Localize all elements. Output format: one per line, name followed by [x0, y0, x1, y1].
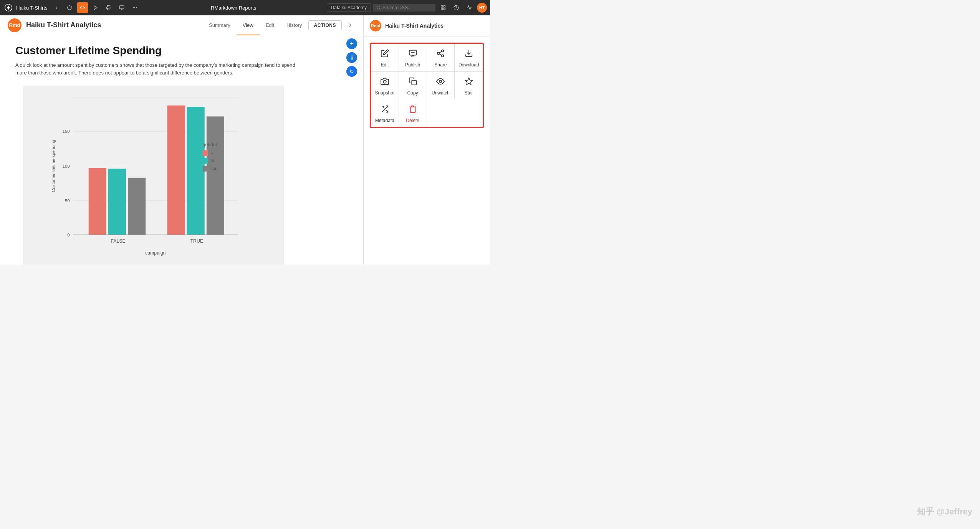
nav-right-section: Dataiku Academy HT: [327, 2, 487, 13]
publish-label: Publish: [405, 62, 420, 68]
share-label: Share: [434, 62, 447, 68]
svg-rect-41: [203, 158, 208, 164]
side-panel-logo: Rmd: [370, 20, 381, 31]
report-name-nav: RMarkdown Reports: [211, 5, 257, 11]
star-icon: [465, 77, 473, 88]
side-panel-header: Rmd Haiku T-Shirt Analytics: [364, 15, 490, 36]
more-icon-btn[interactable]: [129, 2, 140, 13]
svg-rect-31: [167, 106, 185, 235]
download-action[interactable]: Download: [455, 44, 483, 72]
publish-action[interactable]: Publish: [399, 44, 427, 72]
svg-rect-29: [108, 169, 126, 235]
share-action[interactable]: Share: [427, 44, 455, 72]
search-box: [373, 4, 435, 12]
svg-rect-32: [187, 107, 205, 235]
help-icon-btn[interactable]: [451, 2, 462, 13]
add-button[interactable]: +: [346, 38, 357, 49]
svg-text:150: 150: [63, 129, 70, 134]
action-grid: Edit Publish Share Downloa: [370, 43, 484, 128]
svg-rect-14: [444, 8, 445, 10]
actions-button[interactable]: ACTIONS: [308, 20, 342, 30]
svg-text:M: M: [210, 159, 214, 163]
content-header: Rmd Haiku T-Shirt Analytics Summary View…: [0, 15, 363, 35]
unwatch-icon: [436, 77, 445, 88]
download-label: Download: [459, 62, 479, 68]
svg-rect-11: [441, 6, 443, 7]
top-navbar: Haiku T-Shirts RMarkdown Reports Dataiku…: [0, 0, 490, 15]
snapshot-label: Snapshot: [375, 90, 395, 96]
unwatch-label: Unwatch: [432, 90, 450, 96]
svg-text:gender: gender: [203, 142, 217, 147]
svg-rect-39: [203, 150, 208, 155]
tab-history[interactable]: History: [280, 16, 308, 35]
share-icon: [436, 49, 445, 60]
svg-line-10: [379, 8, 380, 9]
grid-icon-btn[interactable]: [438, 2, 449, 13]
header-title: Haiku T-Shirt Analytics: [26, 21, 203, 29]
star-label: Star: [465, 90, 473, 96]
project-name: Haiku T-Shirts: [16, 5, 47, 11]
report-description: A quick look at the amount spent by cust…: [15, 61, 303, 76]
metadata-label: Metadata: [375, 118, 394, 123]
dataiku-academy-btn[interactable]: Dataiku Academy: [327, 3, 371, 12]
tab-view[interactable]: View: [237, 16, 260, 35]
svg-text:50: 50: [65, 198, 70, 203]
avatar[interactable]: HT: [477, 3, 487, 13]
arrow-right-btn[interactable]: [345, 20, 356, 31]
svg-point-49: [437, 52, 440, 55]
svg-rect-3: [120, 6, 124, 9]
svg-point-9: [377, 6, 380, 9]
chart-container: 0 50 100 150 Customer lifetime spending: [23, 86, 284, 264]
copy-label: Copy: [407, 90, 418, 96]
report-title: Customer Lifetime Spending: [15, 45, 348, 57]
main-container: Rmd Haiku T-Shirt Analytics Summary View…: [0, 15, 490, 264]
print-icon-btn[interactable]: [103, 2, 114, 13]
svg-text:100: 100: [63, 164, 70, 169]
snapshot-action[interactable]: Snapshot: [371, 72, 399, 99]
delete-action[interactable]: Delete: [399, 99, 427, 127]
svg-rect-33: [207, 116, 224, 235]
svg-rect-12: [444, 6, 445, 7]
sync-button[interactable]: ↻: [346, 66, 357, 77]
unwatch-action[interactable]: Unwatch: [427, 72, 455, 99]
svg-text:F: F: [210, 151, 213, 155]
play-icon-btn[interactable]: [90, 2, 101, 13]
svg-rect-2: [108, 8, 110, 10]
svg-rect-28: [89, 168, 106, 235]
download-icon: [465, 49, 473, 60]
svg-text:NA: NA: [210, 167, 217, 171]
delete-icon: [409, 105, 417, 116]
svg-marker-57: [465, 78, 472, 84]
search-input[interactable]: [382, 5, 432, 10]
side-panel-title: Haiku T-Shirt Analytics: [385, 23, 444, 29]
star-action[interactable]: Star: [455, 72, 483, 99]
tab-summary[interactable]: Summary: [203, 16, 237, 35]
metadata-action[interactable]: Metadata: [371, 99, 399, 127]
header-tabs: Summary View Edit History: [203, 15, 308, 35]
content-area: Rmd Haiku T-Shirt Analytics Summary View…: [0, 15, 363, 264]
header-logo: Rmd: [8, 18, 22, 32]
edit-action[interactable]: Edit: [371, 44, 399, 72]
delete-label: Delete: [406, 118, 419, 123]
svg-line-52: [439, 51, 442, 53]
side-panel: Rmd Haiku T-Shirt Analytics Edit Publish: [363, 15, 490, 264]
refresh-icon-btn[interactable]: [64, 2, 75, 13]
code-icon-btn[interactable]: [77, 2, 88, 13]
bar-chart: 0 50 100 150 Customer lifetime spending: [46, 93, 273, 258]
edit-label: Edit: [381, 62, 389, 68]
dataiku-logo: [3, 2, 14, 13]
forward-icon-btn[interactable]: [51, 2, 62, 13]
info-button[interactable]: ℹ: [346, 52, 357, 63]
tab-edit[interactable]: Edit: [260, 16, 280, 35]
svg-point-50: [442, 55, 444, 57]
edit-icon: [381, 49, 389, 60]
svg-rect-30: [128, 178, 146, 235]
svg-rect-55: [412, 80, 416, 85]
svg-text:FALSE: FALSE: [111, 238, 125, 244]
analytics-icon-btn[interactable]: [464, 2, 475, 13]
copy-action[interactable]: Copy: [399, 72, 427, 99]
copy-icon: [409, 77, 417, 88]
svg-text:TRUE: TRUE: [190, 238, 203, 244]
search-icon: [376, 5, 381, 10]
layout-icon-btn[interactable]: [116, 2, 127, 13]
